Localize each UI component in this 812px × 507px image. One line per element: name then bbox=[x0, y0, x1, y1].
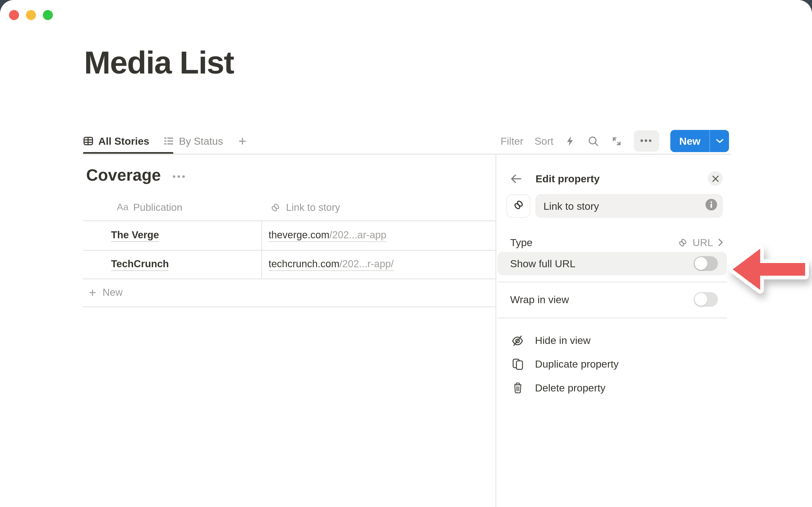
toolbar-divider bbox=[83, 154, 731, 155]
search-icon[interactable] bbox=[587, 135, 600, 147]
list-view-icon bbox=[164, 136, 174, 147]
annotation-left-arrow bbox=[727, 240, 810, 299]
table-header-row: Aa Publication Link to story bbox=[83, 194, 496, 220]
eye-off-icon bbox=[511, 334, 524, 347]
publication-cell[interactable]: TechCrunch bbox=[83, 258, 261, 270]
chevron-right-icon bbox=[718, 238, 723, 247]
url-host: techcrunch.com bbox=[268, 258, 339, 270]
close-icon[interactable] bbox=[708, 171, 723, 186]
url-host: theverge.com bbox=[268, 229, 329, 240]
url-cell[interactable]: techcrunch.com/202...r-app/ bbox=[261, 258, 496, 270]
menu-item-label: Delete property bbox=[535, 382, 605, 394]
url-link[interactable]: theverge.com/202...ar-app bbox=[268, 229, 386, 242]
add-view-button[interactable]: + bbox=[238, 134, 246, 148]
database-options-icon[interactable]: ••• bbox=[172, 169, 187, 182]
minimize-window-button[interactable] bbox=[26, 10, 36, 20]
panel-title: Edit property bbox=[536, 173, 600, 185]
wrap-in-view-label: Wrap in view bbox=[510, 288, 569, 311]
table-view-icon bbox=[83, 136, 94, 147]
sort-button[interactable]: Sort bbox=[535, 135, 553, 147]
url-truncated-path: /202...r-app/ bbox=[339, 258, 394, 270]
type-row[interactable]: Type URL bbox=[510, 233, 723, 252]
show-full-url-toggle[interactable] bbox=[694, 256, 718, 271]
more-options-button[interactable]: ••• bbox=[634, 130, 659, 152]
screenshot-stage: Media List All Stories bbox=[0, 0, 812, 507]
info-icon[interactable] bbox=[705, 199, 717, 213]
column-label: Link to story bbox=[286, 202, 340, 213]
panel-section-divider bbox=[498, 318, 727, 318]
tab-label: By Status bbox=[179, 135, 223, 147]
duplicate-icon bbox=[511, 358, 524, 371]
text-type-icon: Aa bbox=[117, 202, 129, 213]
table-row: TechCrunch techcrunch.com/202...r-app/ bbox=[83, 250, 496, 278]
lightning-icon[interactable] bbox=[565, 135, 576, 147]
left-arrow-shape bbox=[733, 249, 805, 290]
url-truncated-path: /202...ar-app bbox=[329, 229, 386, 240]
chevron-down-icon[interactable] bbox=[710, 130, 729, 152]
database-title-row: Coverage ••• bbox=[86, 166, 187, 185]
table-row: The Verge theverge.com/202...ar-app bbox=[83, 220, 496, 250]
column-header-publication[interactable]: Aa Publication bbox=[83, 202, 261, 213]
link-icon bbox=[270, 202, 281, 213]
page-title: Media List bbox=[84, 44, 234, 81]
link-icon bbox=[678, 237, 688, 247]
toggle-knob bbox=[695, 293, 707, 306]
type-value: URL bbox=[678, 236, 723, 249]
zoom-window-button[interactable] bbox=[43, 10, 53, 20]
view-tabs: All Stories By Status + bbox=[83, 128, 247, 154]
trash-icon bbox=[511, 382, 524, 394]
panel-divider bbox=[496, 154, 496, 507]
column-label: Publication bbox=[133, 202, 182, 213]
filter-button[interactable]: Filter bbox=[501, 135, 523, 147]
tab-all-stories[interactable]: All Stories bbox=[83, 135, 150, 147]
table-border bbox=[83, 306, 496, 307]
tab-by-status[interactable]: By Status bbox=[164, 135, 223, 147]
menu-item-duplicate-property[interactable]: Duplicate property bbox=[511, 352, 722, 376]
database-title: Coverage bbox=[86, 166, 161, 185]
new-button[interactable]: New bbox=[670, 130, 709, 152]
toggle-knob bbox=[695, 257, 707, 270]
menu-item-delete-property[interactable]: Delete property bbox=[511, 376, 722, 400]
type-label: Type bbox=[510, 236, 532, 249]
tab-label: All Stories bbox=[98, 135, 149, 147]
show-full-url-label: Show full URL bbox=[510, 252, 575, 275]
row-title-link[interactable]: The Verge bbox=[111, 229, 159, 242]
url-link[interactable]: techcrunch.com/202...r-app/ bbox=[268, 258, 394, 271]
property-type-icon-button[interactable] bbox=[506, 194, 530, 218]
property-name-value: Link to story bbox=[544, 200, 705, 212]
publication-cell[interactable]: The Verge bbox=[83, 229, 261, 241]
wrap-in-view-row[interactable]: Wrap in view bbox=[498, 288, 727, 311]
property-name-input[interactable]: Link to story bbox=[536, 194, 723, 218]
url-cell[interactable]: theverge.com/202...ar-app bbox=[261, 229, 496, 241]
expand-icon[interactable] bbox=[610, 135, 623, 147]
new-button-group: New bbox=[670, 130, 729, 152]
wrap-in-view-toggle[interactable] bbox=[694, 292, 718, 307]
menu-item-label: Duplicate property bbox=[535, 358, 619, 370]
show-full-url-row[interactable]: Show full URL bbox=[498, 252, 727, 275]
add-row-button[interactable]: + New bbox=[83, 278, 496, 306]
panel-section-divider bbox=[498, 282, 727, 282]
back-arrow-icon[interactable] bbox=[510, 172, 523, 187]
menu-item-hide-in-view[interactable]: Hide in view bbox=[511, 329, 722, 352]
row-title-link[interactable]: TechCrunch bbox=[111, 258, 169, 271]
plus-icon: + bbox=[89, 286, 96, 299]
app-window: Media List All Stories bbox=[0, 0, 812, 507]
close-window-button[interactable] bbox=[9, 10, 19, 20]
window-controls bbox=[9, 10, 53, 20]
column-header-link-to-story[interactable]: Link to story bbox=[261, 202, 496, 213]
type-value-label: URL bbox=[693, 236, 713, 249]
add-row-label: New bbox=[103, 286, 123, 298]
link-icon bbox=[513, 199, 524, 213]
panel-menu: Hide in view Duplicate property bbox=[511, 329, 722, 400]
menu-item-label: Hide in view bbox=[535, 334, 591, 347]
toolbar-actions: Filter Sort ••• New bbox=[501, 128, 729, 154]
